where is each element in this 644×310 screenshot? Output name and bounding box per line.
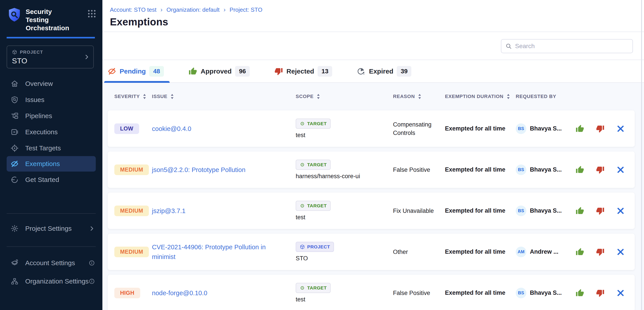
requester-name: Bhavya S... bbox=[530, 166, 562, 173]
scope-name: harness/harness-core-ui bbox=[296, 173, 360, 180]
home-icon bbox=[10, 80, 18, 88]
info-icon[interactable] bbox=[89, 278, 95, 284]
approve-button[interactable] bbox=[576, 206, 584, 215]
column-label: SCOPE bbox=[296, 94, 314, 99]
column-header-reason[interactable]: REASON bbox=[393, 94, 445, 99]
issue-link[interactable]: cookie@0.4.0 bbox=[152, 124, 296, 134]
app-title: Security Testing Orchestration bbox=[26, 7, 76, 32]
row-actions bbox=[572, 165, 628, 174]
target-circle-icon bbox=[300, 285, 305, 291]
thumbs-up-icon bbox=[576, 289, 584, 297]
thumbs-down-icon bbox=[596, 248, 604, 256]
reason-cell: Other bbox=[393, 248, 445, 256]
reject-button[interactable] bbox=[596, 124, 605, 133]
cancel-button[interactable] bbox=[616, 124, 625, 133]
breadcrumb-account[interactable]: Account: STO test bbox=[110, 6, 156, 13]
column-header-exemption-duration[interactable]: EXEMPTION DURATION bbox=[445, 94, 516, 99]
scope-type-label: TARGET bbox=[307, 203, 327, 208]
reject-button[interactable] bbox=[596, 289, 605, 298]
sort-icon[interactable] bbox=[317, 94, 320, 99]
issue-link[interactable]: CVE-2021-44906: Prototype Pollution in m… bbox=[152, 242, 296, 262]
cancel-button[interactable] bbox=[616, 165, 625, 174]
thumbs-up-icon bbox=[189, 67, 197, 76]
approve-button[interactable] bbox=[576, 289, 584, 298]
cancel-button[interactable] bbox=[616, 248, 625, 256]
issue-link[interactable]: node-forge@0.10.0 bbox=[152, 288, 296, 298]
sidebar-item-executions[interactable]: Executions bbox=[0, 124, 102, 140]
sidebar-item-label: Overview bbox=[25, 80, 53, 87]
tab-approved[interactable]: Approved 96 bbox=[189, 60, 250, 82]
sort-icon[interactable] bbox=[143, 94, 146, 99]
issue-cell: node-forge@0.10.0 bbox=[152, 288, 296, 298]
sidebar-item-get-started[interactable]: Get Started bbox=[0, 171, 102, 188]
sidebar-item-label: Executions bbox=[25, 128, 58, 136]
avatar: BS bbox=[516, 123, 526, 134]
column-header-issue[interactable]: ISSUE bbox=[152, 94, 296, 99]
app-switcher-grid-icon[interactable] bbox=[87, 9, 96, 18]
info-icon[interactable] bbox=[89, 260, 95, 266]
chevron-right-icon bbox=[84, 54, 90, 60]
approve-button[interactable] bbox=[576, 248, 584, 256]
project-selector[interactable]: PROJECT STO bbox=[7, 45, 94, 68]
sidebar-item-project-settings[interactable]: Project Settings bbox=[0, 220, 102, 236]
sidebar-item-account-settings[interactable]: Account Settings bbox=[0, 255, 102, 271]
avatar: BS bbox=[516, 206, 526, 216]
scope-type-label: TARGET bbox=[307, 121, 327, 126]
column-label: REQUESTED BY bbox=[516, 94, 556, 99]
column-header-severity[interactable]: SEVERITY bbox=[114, 94, 152, 99]
sidebar-item-issues[interactable]: Issues bbox=[0, 92, 102, 108]
requested-by-cell: BS Bhavya S... bbox=[516, 164, 572, 175]
scope-cell: TARGET harness/harness-core-ui bbox=[296, 160, 393, 180]
app-logo-shield-icon bbox=[8, 7, 21, 22]
reject-button[interactable] bbox=[596, 165, 605, 174]
sort-icon[interactable] bbox=[170, 94, 174, 99]
approve-button[interactable] bbox=[576, 124, 584, 133]
column-header-scope[interactable]: SCOPE bbox=[296, 94, 393, 99]
x-icon bbox=[616, 289, 625, 297]
chevron-right-icon bbox=[89, 225, 95, 232]
sidebar-item-exemptions[interactable]: Exemptions bbox=[7, 156, 96, 171]
table-row: HIGH node-forge@0.10.0 TARGET test False… bbox=[108, 275, 635, 310]
thumbs-down-icon bbox=[596, 125, 604, 133]
column-label: SEVERITY bbox=[114, 94, 140, 99]
requested-by-cell: BS Bhavya S... bbox=[516, 123, 572, 134]
search-input[interactable] bbox=[515, 43, 628, 50]
approve-button[interactable] bbox=[576, 165, 584, 174]
sidebar-item-label: Get Started bbox=[25, 176, 59, 183]
tab-label: Pending bbox=[120, 68, 146, 75]
tab-expired[interactable]: Expired 39 bbox=[357, 60, 411, 82]
reject-button[interactable] bbox=[596, 206, 605, 215]
sort-icon[interactable] bbox=[418, 94, 421, 99]
sidebar-item-pipelines[interactable]: Pipelines bbox=[0, 108, 102, 124]
sort-icon[interactable] bbox=[507, 94, 510, 99]
reject-button[interactable] bbox=[596, 248, 605, 256]
thumbs-down-icon bbox=[274, 67, 283, 76]
target-icon bbox=[10, 144, 18, 152]
issue-link[interactable]: jszip@3.7.1 bbox=[152, 206, 296, 216]
breadcrumb-organization[interactable]: Organization: default bbox=[166, 6, 220, 13]
sidebar-item-organization-settings[interactable]: Organization Settings bbox=[0, 273, 102, 289]
sidebar-item-test-targets[interactable]: Test Targets bbox=[0, 140, 102, 156]
requester-name: Bhavya S... bbox=[530, 290, 562, 296]
sidebar-divider bbox=[7, 246, 96, 247]
scope-type-label: TARGET bbox=[307, 162, 327, 167]
scope-cell: TARGET test bbox=[296, 119, 393, 139]
severity-badge: LOW bbox=[114, 123, 139, 134]
tab-label: Expired bbox=[369, 68, 393, 75]
tab-rejected[interactable]: Rejected 13 bbox=[274, 60, 332, 82]
thumbs-up-icon bbox=[576, 207, 584, 215]
sidebar-item-overview[interactable]: Overview bbox=[0, 76, 102, 92]
search-box[interactable] bbox=[501, 39, 633, 53]
breadcrumb-project[interactable]: Project: STO bbox=[230, 6, 262, 13]
vertical-scrollbar[interactable] bbox=[641, 0, 642, 310]
scope-badge: TARGET bbox=[296, 119, 330, 129]
cancel-button[interactable] bbox=[616, 206, 625, 215]
tab-pending[interactable]: Pending 48 bbox=[108, 60, 164, 82]
project-selector-label: PROJECT bbox=[12, 49, 88, 55]
thumbs-down-icon bbox=[596, 207, 604, 215]
tab-label: Approved bbox=[200, 68, 232, 75]
row-actions bbox=[572, 289, 628, 298]
severity-cell: LOW bbox=[114, 123, 152, 134]
issue-link[interactable]: json5@2.2.0: Prototype Pollution bbox=[152, 165, 296, 175]
cancel-button[interactable] bbox=[616, 289, 625, 298]
